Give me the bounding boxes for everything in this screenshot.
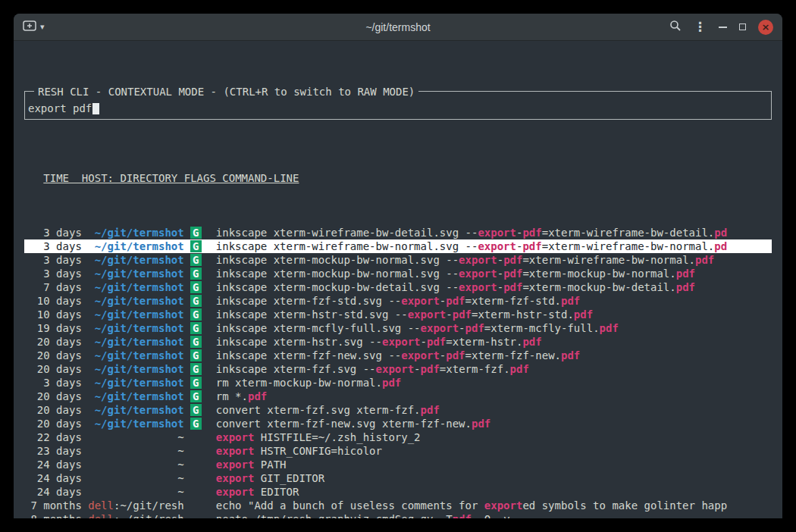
history-row-location: ~/git/termshot <box>88 417 183 430</box>
directory: ~ <box>177 458 183 471</box>
search-box[interactable]: RESH CLI - CONTEXTUAL MODE - (CTRL+R to … <box>24 91 772 120</box>
search-input[interactable]: export pdf <box>28 102 99 115</box>
minimize-icon <box>719 27 727 28</box>
search-button[interactable] <box>669 20 682 34</box>
terminal-window: ▾ ~/git/termshot ⋮ <box>14 14 782 518</box>
command-text: -O -v <box>472 513 510 518</box>
history-row-time: 20 days <box>24 362 82 376</box>
history-row-time: 20 days <box>24 403 82 417</box>
history-row[interactable]: 22 days~export HISTFILE=~/.zsh_history_2 <box>24 430 772 444</box>
close-button[interactable]: × <box>758 20 773 35</box>
command-match-text: export <box>421 322 459 334</box>
history-row-command: inkscape xterm-mockup-bw-detail.svg --ex… <box>216 280 772 294</box>
git-flag-badge: G <box>190 363 201 375</box>
history-row-location: ~/git/termshot <box>88 349 183 362</box>
command-text: inkscape xterm-mockup-bw-detail.svg -- <box>216 281 459 293</box>
command-match-text: pd <box>714 227 727 239</box>
close-icon: × <box>758 20 773 35</box>
history-row[interactable]: 20 days~/git/termshotGrm *.pdf <box>24 390 772 403</box>
command-text: inkscape xterm-hstr.svg -- <box>216 336 382 348</box>
history-row[interactable]: 7 days~/git/termshotGinkscape xterm-mock… <box>24 280 772 294</box>
command-text: =xterm-mockup-bw-normal. <box>522 268 675 280</box>
git-flag-badge: G <box>190 254 201 266</box>
history-row[interactable]: 23 days~export HSTR_CONFIG=hicolor <box>24 444 772 458</box>
history-row-location: dell:~/git/resh <box>88 512 183 518</box>
search-box-title: RESH CLI - CONTEXTUAL MODE - (CTRL+R to … <box>34 85 418 99</box>
history-row-time: 23 days <box>24 444 82 458</box>
history-row[interactable]: 20 days~/git/termshotGinkscape xterm-fzf… <box>24 349 772 362</box>
directory: ~/git/termshot <box>95 404 184 416</box>
minimize-button[interactable] <box>719 27 727 28</box>
history-row[interactable]: 20 days~/git/termshotGconvert xterm-fzf-… <box>24 417 772 430</box>
command-text: inkscape xterm-fzf-new.svg -- <box>216 349 401 361</box>
directory: ~ <box>177 431 183 443</box>
command-text: GIT_EDITOR <box>254 472 324 484</box>
command-text: - <box>446 308 452 321</box>
history-row-command: export PATH <box>216 458 772 471</box>
git-flag-badge: G <box>190 404 201 416</box>
history-row-command: inkscape xterm-hstr.svg --export-pdf=xte… <box>216 335 772 349</box>
terminal-content: RESH CLI - CONTEXTUAL MODE - (CTRL+R to … <box>14 41 782 518</box>
command-text: =xterm-wireframe-bw-normal. <box>522 254 695 266</box>
menu-button[interactable]: ⋮ <box>694 20 707 33</box>
command-match-text: export <box>459 281 497 293</box>
restore-button[interactable] <box>739 23 746 30</box>
new-tab-button[interactable]: ▾ <box>23 20 45 33</box>
history-row-command: inkscape xterm-wireframe-bw-normal.svg -… <box>216 239 772 253</box>
command-text: - <box>440 295 446 307</box>
history-row[interactable]: 24 days~export EDITOR <box>24 485 772 499</box>
git-flag-badge: G <box>190 281 201 293</box>
history-row[interactable]: 20 days~/git/termshotGinkscape xterm-fzf… <box>24 362 772 376</box>
command-match-text: export <box>484 499 523 512</box>
history-row[interactable]: 10 days~/git/termshotGinkscape xterm-hst… <box>24 308 772 321</box>
command-match-text: pdf <box>453 308 472 321</box>
history-row[interactable]: 8 monthsdell:~/git/reshneato /tmp/resh-g… <box>24 512 772 518</box>
history-row-time: 24 days <box>24 471 82 485</box>
history-row[interactable]: 10 days~/git/termshotGinkscape xterm-fzf… <box>24 294 772 308</box>
git-flag-badge: G <box>190 268 201 280</box>
history-row-flags: G <box>190 308 209 321</box>
history-row[interactable]: 19 days~/git/termshotGinkscape xterm-mcf… <box>24 321 772 335</box>
history-row-flags: G <box>190 226 209 239</box>
history-row-flags: G <box>190 362 209 376</box>
directory: ~/git/termshot <box>95 377 184 389</box>
command-text: rm *. <box>216 390 248 402</box>
history-row-command: inkscape xterm-fzf-std.svg --export-pdf=… <box>216 294 772 308</box>
history-row-flags <box>190 444 209 458</box>
history-row[interactable]: 3 days~/git/termshotGrm xterm-mockup-bw-… <box>24 376 772 390</box>
command-text: inkscape xterm-fzf.svg -- <box>216 363 376 375</box>
history-row[interactable]: 7 monthsdell:~/git/reshecho "Add a bunch… <box>24 499 772 512</box>
history-row-location: ~/git/termshot <box>88 267 183 280</box>
history-row-flags: G <box>190 267 209 280</box>
command-text: =xterm-hstr. <box>446 336 522 348</box>
command-match-text: export <box>478 240 516 252</box>
command-match-text: export <box>408 308 447 321</box>
command-text: - <box>421 336 427 348</box>
history-row[interactable]: 20 days~/git/termshotGconvert xterm-fzf.… <box>24 403 772 417</box>
history-row[interactable]: 20 days~/git/termshotGinkscape xterm-hst… <box>24 335 772 349</box>
command-text: =xterm-fzf. <box>440 363 510 375</box>
git-flag-badge: G <box>190 308 201 321</box>
history-row-command: neato /tmp/resh-graphviz-cmdSeq.gv -Tpdf… <box>216 512 772 518</box>
history-row-location: ~ <box>88 444 183 458</box>
history-row-selected[interactable]: 3 days~/git/termshotGinkscape xterm-wire… <box>24 239 772 253</box>
command-match-text: pdf <box>561 349 580 361</box>
history-row[interactable]: 24 days~export PATH <box>24 458 772 471</box>
command-text: HSTR_CONFIG=hicolor <box>254 445 382 457</box>
history-row-flags <box>190 512 209 518</box>
command-text: echo "Add a bunch of useless comments fo… <box>216 499 484 512</box>
history-row-command: rm xterm-mockup-bw-normal.pdf <box>216 376 772 390</box>
history-row-command: inkscape xterm-mockup-bw-normal.svg --ex… <box>216 267 772 280</box>
history-row-flags: G <box>190 349 209 362</box>
directory: ~/git/termshot <box>95 349 184 361</box>
command-match-text: pdf <box>522 227 541 239</box>
history-row[interactable]: 3 days~/git/termshotGinkscape xterm-wire… <box>24 226 772 239</box>
history-row-time: 10 days <box>24 308 82 321</box>
git-flag-badge: G <box>190 227 201 239</box>
command-match-text: export <box>459 254 497 266</box>
new-tab-icon <box>23 20 36 33</box>
history-row[interactable]: 24 days~export GIT_EDITOR <box>24 471 772 485</box>
command-match-text: export <box>216 486 255 498</box>
history-row[interactable]: 3 days~/git/termshotGinkscape xterm-mock… <box>24 253 772 267</box>
history-row[interactable]: 3 days~/git/termshotGinkscape xterm-mock… <box>24 267 772 280</box>
